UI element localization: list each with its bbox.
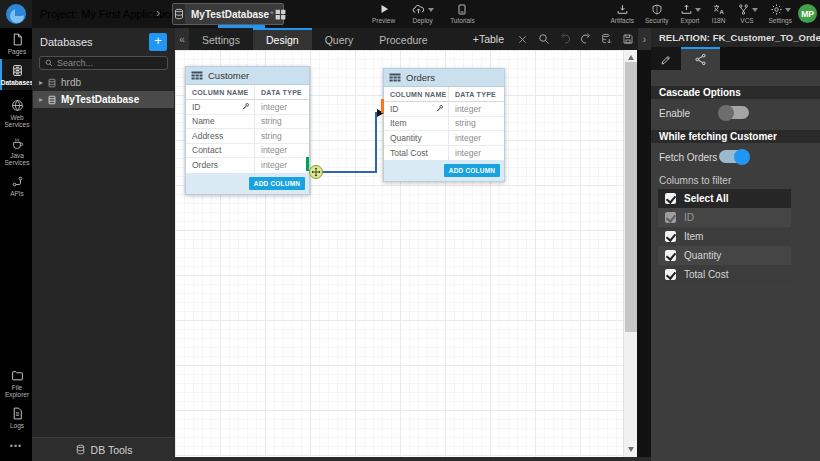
toggle-knob bbox=[718, 105, 734, 121]
collapse-panel-button[interactable]: « bbox=[175, 28, 189, 50]
canvas-vertical-scrollbar[interactable] bbox=[623, 50, 637, 457]
deploy-button[interactable]: Deploy bbox=[411, 2, 434, 28]
table-row[interactable]: Total Cost integer bbox=[384, 146, 504, 161]
add-table-button[interactable]: +Table bbox=[465, 28, 512, 50]
checkbox-row-item[interactable]: Item bbox=[658, 227, 791, 246]
tab-procedure[interactable]: Procedure bbox=[366, 28, 440, 50]
svg-text:A: A bbox=[719, 8, 724, 14]
table-header[interactable]: Customer bbox=[186, 67, 309, 85]
checkbox-checked-icon[interactable] bbox=[665, 193, 676, 204]
checkbox-row-id[interactable]: ID bbox=[658, 208, 791, 227]
table-row[interactable]: Quantity integer bbox=[384, 131, 504, 146]
database-search[interactable] bbox=[39, 56, 168, 70]
app-logo[interactable] bbox=[0, 0, 32, 28]
tutorials-button[interactable]: Tutorials bbox=[450, 2, 475, 28]
primary-key-icon bbox=[241, 102, 250, 111]
table-header[interactable]: Orders bbox=[384, 69, 504, 87]
folder-icon bbox=[11, 369, 24, 382]
relation-line-horizontal[interactable] bbox=[322, 171, 377, 173]
table-row[interactable]: ID integer bbox=[384, 102, 504, 117]
checkbox-row-select-all[interactable]: Select All bbox=[658, 189, 791, 208]
wavemaker-logo-icon bbox=[6, 4, 26, 24]
rail-item-web-services[interactable]: Web Services bbox=[0, 94, 32, 132]
relation-line-vertical[interactable] bbox=[375, 113, 377, 173]
user-avatar[interactable]: MP bbox=[798, 4, 817, 23]
enable-label: Enable bbox=[659, 108, 690, 119]
rail-overflow-button[interactable]: ••• bbox=[0, 433, 32, 461]
rail-item-apis[interactable]: APIs bbox=[0, 170, 32, 201]
add-column-button[interactable]: ADD COLUMN bbox=[249, 177, 305, 190]
settings-button[interactable]: Settings bbox=[769, 2, 793, 28]
relation-target-anchor[interactable] bbox=[381, 99, 384, 113]
api-nodes-icon bbox=[11, 175, 24, 188]
export-button[interactable]: Export bbox=[680, 2, 701, 28]
tree-item-hrdb[interactable]: ▸ hrdb bbox=[33, 74, 174, 91]
tab-edit-relation[interactable] bbox=[651, 47, 681, 70]
grid-view-icon[interactable] bbox=[274, 8, 287, 21]
relation-inspector: RELATION: FK_Customer_TO_Orders_O... Cas… bbox=[651, 28, 820, 461]
table-row[interactable]: Name string bbox=[186, 115, 309, 130]
close-button[interactable] bbox=[512, 28, 533, 50]
table-row[interactable]: Address string bbox=[186, 129, 309, 144]
checkbox-checked-icon[interactable] bbox=[665, 250, 676, 261]
project-label: Project: bbox=[40, 8, 77, 20]
schema-table-orders[interactable]: Orders COLUMN NAME DATA TYPE ID integer … bbox=[383, 68, 505, 182]
search-input[interactable] bbox=[57, 58, 162, 68]
db-sync-button[interactable] bbox=[596, 28, 617, 50]
topbar-left-actions: Preview Deploy Tutorials bbox=[372, 2, 475, 28]
artifacts-button[interactable]: Artifacts bbox=[611, 2, 634, 28]
pencil-icon bbox=[660, 54, 672, 66]
database-icon bbox=[47, 78, 57, 88]
checkbox-checked-icon[interactable] bbox=[665, 231, 676, 242]
checkbox-disabled-icon bbox=[665, 212, 676, 223]
checkbox-checked-icon[interactable] bbox=[665, 269, 676, 280]
table-row[interactable]: Orders integer bbox=[186, 158, 309, 173]
rail-item-file-explorer[interactable]: File Explorer bbox=[0, 364, 32, 402]
scroll-up-icon[interactable] bbox=[628, 55, 634, 60]
rail-item-java-services[interactable]: Java Services bbox=[0, 132, 32, 170]
caret-right-icon[interactable]: ▸ bbox=[39, 95, 43, 104]
scrollbar-thumb[interactable] bbox=[625, 62, 637, 332]
databases-panel: Databases + ▸ hrdb ▸ MyTestDatabase bbox=[32, 28, 175, 437]
checkbox-row-quantity[interactable]: Quantity bbox=[658, 246, 791, 265]
security-button[interactable]: Security bbox=[645, 2, 668, 28]
topbar-right-actions: Artifacts Security Export A I18N VCS bbox=[611, 2, 792, 28]
table-name: Customer bbox=[208, 70, 249, 81]
undo-button[interactable] bbox=[554, 28, 575, 50]
tree-item-label: hrdb bbox=[61, 77, 81, 88]
schema-table-customer[interactable]: Customer COLUMN NAME DATA TYPE ID intege… bbox=[185, 66, 310, 195]
checkbox-row-total-cost[interactable]: Total Cost bbox=[658, 265, 791, 284]
table-row[interactable]: ID integer bbox=[186, 100, 309, 115]
fetch-orders-toggle[interactable] bbox=[719, 150, 749, 163]
table-row[interactable]: Contact integer bbox=[186, 144, 309, 159]
vcs-button[interactable]: VCS bbox=[737, 2, 758, 28]
tab-settings[interactable]: Settings bbox=[189, 28, 253, 50]
schema-canvas[interactable]: Customer COLUMN NAME DATA TYPE ID intege… bbox=[175, 50, 637, 457]
caret-right-icon[interactable]: ▸ bbox=[39, 78, 43, 87]
zoom-search-button[interactable] bbox=[533, 28, 554, 50]
doc-tab-mytestdatabase[interactable]: MyTestDatabase * bbox=[172, 3, 284, 25]
db-tools-button[interactable]: DB Tools bbox=[32, 437, 175, 461]
rail-item-pages[interactable]: Pages bbox=[0, 28, 32, 59]
i18n-button[interactable]: A I18N bbox=[712, 2, 726, 28]
collapse-inspector-button[interactable]: › bbox=[638, 28, 651, 50]
table-row[interactable]: Item string bbox=[384, 117, 504, 132]
scroll-down-icon[interactable] bbox=[628, 447, 634, 452]
rail-item-databases[interactable]: Databases bbox=[0, 59, 32, 90]
table-icon bbox=[389, 73, 401, 83]
tab-design[interactable]: Design bbox=[253, 28, 312, 50]
table-icon bbox=[191, 71, 203, 81]
add-column-button[interactable]: ADD COLUMN bbox=[444, 164, 500, 177]
tab-relation-options[interactable] bbox=[681, 47, 720, 70]
add-database-button[interactable]: + bbox=[149, 33, 167, 51]
relation-drag-handle[interactable] bbox=[309, 165, 323, 179]
redo-button[interactable] bbox=[575, 28, 596, 50]
enable-toggle[interactable] bbox=[719, 106, 749, 119]
upload-tray-icon bbox=[680, 2, 701, 16]
tree-item-mytestdatabase[interactable]: ▸ MyTestDatabase bbox=[33, 91, 174, 108]
column-headers: COLUMN NAME DATA TYPE bbox=[186, 85, 309, 100]
tab-query[interactable]: Query bbox=[312, 28, 367, 50]
save-button[interactable] bbox=[617, 28, 638, 50]
preview-button[interactable]: Preview bbox=[372, 2, 395, 28]
rail-item-logs[interactable]: Logs bbox=[0, 402, 32, 433]
